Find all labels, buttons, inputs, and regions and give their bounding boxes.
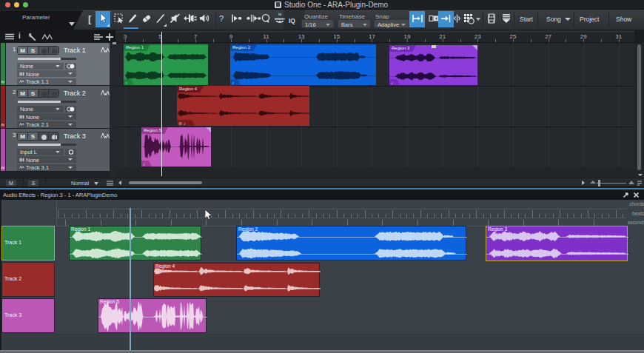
svg-text:ts: ts	[278, 12, 281, 16]
